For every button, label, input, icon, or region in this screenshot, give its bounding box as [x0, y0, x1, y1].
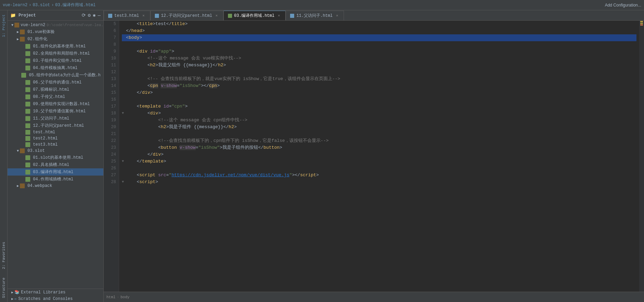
- sidebar-title: Project: [19, 13, 36, 18]
- gear-icon[interactable]: ⚙: [88, 12, 91, 18]
- tab-close-11father[interactable]: ×: [335, 13, 340, 18]
- fold-marker: ▼: [122, 110, 126, 117]
- tree-item-label: 01.slot的基本使用.html: [33, 155, 83, 160]
- tree-item[interactable]: ▶01.vue初体验: [8, 28, 103, 35]
- editor: test3.html × 12.子访问父parent.html × 03.编译作…: [104, 10, 644, 302]
- code-text: <script>: [126, 179, 158, 186]
- fold-marker: [122, 144, 126, 151]
- file-icon: [25, 155, 30, 160]
- tree-item[interactable]: 03.子组件和父组件.html: [8, 57, 103, 64]
- code-line: <button v-show="isShow">我是子组件的按钮</button…: [122, 144, 636, 151]
- breadcrumb-part-1: vue-learn2: [3, 3, 27, 8]
- tree-item[interactable]: ▼03.slot: [8, 148, 103, 154]
- code-text: <!--这个 message 会去 cpn组件中找-->: [126, 117, 248, 124]
- file-icon: [25, 123, 30, 128]
- tab-test3[interactable]: test3.html ×: [104, 11, 150, 20]
- external-libraries-item[interactable]: ▶ 📚 External Libraries: [8, 289, 103, 295]
- fold-marker: [122, 103, 126, 110]
- tab-03compile[interactable]: 03.编译作用域.html ×: [223, 11, 286, 20]
- vertical-tab-strip: 1: Project 2: Favorites Structure: [0, 10, 8, 302]
- tree-item-label: 12.子访问父parent.html: [33, 123, 84, 128]
- tree-item-label: 09.使用组件实现计数器.html: [33, 101, 90, 107]
- tab-icon-12child: [155, 14, 159, 18]
- collapse-icon[interactable]: —: [98, 13, 101, 18]
- tree-item[interactable]: 07.驼峰标识.html: [8, 86, 103, 93]
- tree-item[interactable]: 08.子传父.html: [8, 93, 103, 100]
- code-text: </template>: [126, 158, 166, 165]
- file-icon: [25, 130, 30, 135]
- tab-11father[interactable]: 11.父访问子.html ×: [286, 11, 344, 20]
- code-line: <!--这个 message 会去 cpn组件中找-->: [122, 117, 636, 124]
- ext-label: External Libraries: [21, 290, 66, 295]
- scratches-item[interactable]: ▶ ✏ Scratches and Consoles: [8, 295, 103, 302]
- fold-marker: [122, 62, 126, 69]
- tree-item[interactable]: 04.作用域插槽.html: [8, 176, 103, 183]
- tab-icon-test3: [108, 14, 112, 18]
- tree-item-label: 02.全局组件和局部组件.html: [33, 51, 90, 56]
- code-text: <!--会查找当前模板下的，cpn组件下的 isShow，它是false，该按钮…: [126, 137, 329, 144]
- fold-marker: [122, 82, 126, 89]
- tree-item[interactable]: 11.父访问子.html: [8, 115, 103, 122]
- file-icon: [21, 73, 26, 78]
- tree-item[interactable]: 09.使用组件实现计数器.html: [8, 100, 103, 108]
- tree-item[interactable]: ▶04.webpack: [8, 183, 103, 189]
- breadcrumb-part-3: 03.编译作用域.html: [55, 2, 96, 8]
- tree-item-label: 01.组件化的基本使用.html: [33, 43, 86, 49]
- tree-item[interactable]: ▶02.组件化: [8, 35, 103, 43]
- code-text: <h2>我是父组件 {{message}}</h2>: [126, 62, 226, 69]
- tree-item[interactable]: 02.全局组件和局部组件.html: [8, 50, 103, 57]
- folder-icon: [20, 148, 25, 153]
- fold-marker: [122, 21, 126, 27]
- tab-icon-03compile: [228, 14, 232, 18]
- tree-item[interactable]: 10.父子组件通信案例.html: [8, 108, 103, 115]
- tab-label-11father: 11.父访问子.html: [296, 13, 333, 19]
- code-line: <div id="app">: [122, 48, 636, 55]
- tree-item[interactable]: 01.slot的基本使用.html: [8, 154, 103, 161]
- settings-icon[interactable]: ✱: [93, 12, 95, 18]
- tree-item[interactable]: test3.html: [8, 142, 103, 148]
- tab-close-12child[interactable]: ×: [214, 13, 219, 18]
- tree-item[interactable]: test.html: [8, 129, 103, 135]
- code-line: <!-- 会查找当前模板下的，就是vue实例下的 isShow，它是true，该…: [122, 76, 636, 82]
- fold-marker: [122, 69, 126, 76]
- root-arrow: ▼: [10, 23, 14, 27]
- tree-item-label: test.html: [33, 130, 55, 135]
- tree-item[interactable]: 03.编译作用域.html: [8, 168, 103, 176]
- code-editor[interactable]: <title>test</title> </head> <body> <div …: [119, 21, 639, 292]
- tree-item[interactable]: 12.子访问父parent.html: [8, 122, 103, 129]
- project-tab[interactable]: 1: Project: [0, 10, 7, 41]
- folder-icon: [20, 30, 25, 34]
- fold-marker: [122, 41, 126, 48]
- fold-marker: [122, 131, 126, 137]
- folder-arrow: ▶: [16, 30, 20, 34]
- right-gutter: [639, 21, 644, 292]
- tree-item[interactable]: 05.组件中的data为什么是一个函数.h: [8, 71, 103, 79]
- structure-tab[interactable]: Structure: [0, 273, 7, 302]
- code-text: <!--这个 message 会去 vue根实例中找-->: [126, 55, 241, 62]
- tree-item[interactable]: test2.html: [8, 135, 103, 142]
- tree-item[interactable]: 02.具名插槽.html: [8, 161, 103, 168]
- file-icon: [25, 109, 30, 114]
- code-line: [122, 96, 636, 103]
- tree-item[interactable]: 06.父子组件的通信.html: [8, 79, 103, 86]
- code-line: ▼ <script>: [122, 179, 636, 186]
- tree-item[interactable]: 01.组件化的基本使用.html: [8, 43, 103, 50]
- code-line: [122, 131, 636, 137]
- fold-marker: [122, 151, 126, 158]
- tab-close-03compile[interactable]: ×: [276, 13, 281, 18]
- tab-12child[interactable]: 12.子访问父parent.html ×: [150, 11, 223, 20]
- tab-close-test3[interactable]: ×: [141, 13, 146, 18]
- code-line: [122, 69, 636, 76]
- sidebar-bottom: ▶ 📚 External Libraries ▶ ✏ Scratches and…: [8, 289, 103, 302]
- tree-root[interactable]: ▼ vue-learn2 D:\code\frontend\vue-lea...: [8, 22, 103, 28]
- code-line: <cpn v-show="isShow"></cpn>: [122, 82, 636, 89]
- sync-icon[interactable]: ⟳: [82, 12, 86, 18]
- tab-label-12child: 12.子访问父parent.html: [161, 13, 212, 19]
- fold-marker: [122, 137, 126, 144]
- fold-marker: [122, 48, 126, 55]
- tree-item[interactable]: 04.组件模板抽离.html: [8, 64, 103, 71]
- add-configuration-button[interactable]: Add Configuration...: [605, 3, 641, 8]
- fold-marker: [122, 124, 126, 131]
- tree-item-label: 03.编译作用域.html: [33, 169, 73, 175]
- favorites-tab[interactable]: 2: Favorites: [0, 238, 7, 273]
